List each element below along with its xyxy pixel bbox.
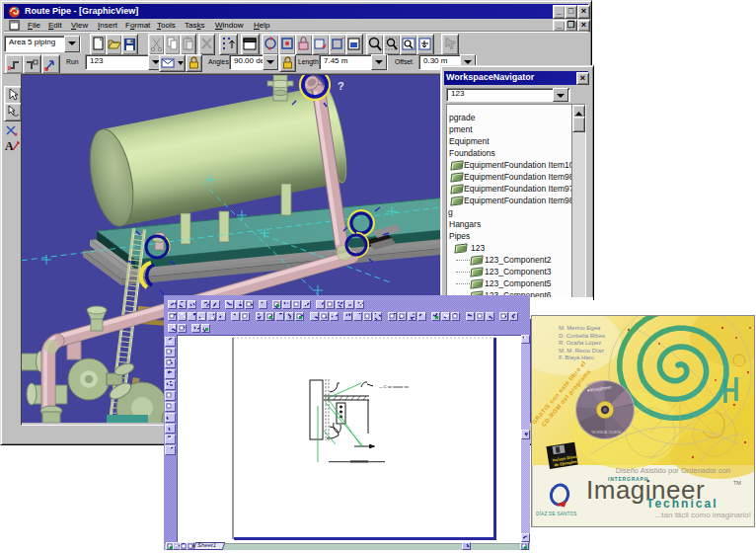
svg-text:TECHNICAL CD-ROM: TECHNICAL CD-ROM bbox=[591, 431, 622, 434]
svg-text:?: ? bbox=[451, 39, 457, 48]
svg-text:A: A bbox=[5, 139, 14, 153]
svg-text:— C·xx·xxxxx·xx: — C·xx·xxxxx·xx bbox=[379, 384, 409, 389]
svg-text:?: ? bbox=[338, 80, 344, 92]
